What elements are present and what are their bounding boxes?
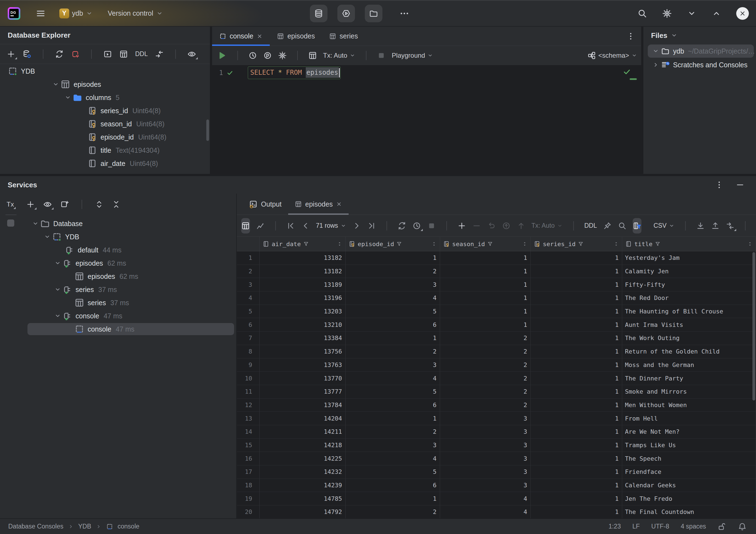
cell-title[interactable]: Friendface	[622, 465, 756, 478]
cell-air_date[interactable]: 13189	[259, 278, 346, 291]
cell-season_id[interactable]: 3	[440, 452, 531, 465]
cell-title[interactable]: The Final Countdown	[622, 505, 756, 518]
database-tool-button[interactable]	[310, 5, 327, 22]
cell-series_id[interactable]: 1	[531, 492, 622, 505]
cell-series_id[interactable]: 1	[531, 465, 622, 478]
cell-title[interactable]: Fifty-Fifty	[622, 278, 756, 291]
cell-episode_id[interactable]: 5	[346, 305, 440, 318]
tab-episodes[interactable]: episodes	[270, 27, 322, 46]
cell-season_id[interactable]: 3	[440, 465, 531, 478]
history-clock-icon[interactable]	[248, 51, 257, 60]
tx-selector[interactable]: Tx	[7, 200, 14, 208]
cell-season_id[interactable]: 1	[440, 305, 531, 318]
cell-episode_id[interactable]: 6	[346, 479, 440, 492]
tab-console[interactable]: console	[212, 27, 270, 46]
chevron-down-icon[interactable]	[53, 259, 62, 267]
row-number[interactable]: 17	[237, 465, 259, 478]
cell-air_date[interactable]: 13203	[259, 305, 346, 318]
cell-season_id[interactable]: 2	[440, 359, 531, 372]
cell-title[interactable]: Jen The Fredo	[622, 492, 756, 505]
cell-air_date[interactable]: 13210	[259, 318, 346, 331]
export-to-icon[interactable]	[726, 221, 735, 230]
file-encoding[interactable]: UTF-8	[651, 523, 669, 530]
cell-air_date[interactable]: 13196	[259, 291, 346, 305]
table-row[interactable]: 1414211231Are We Not Men?	[237, 425, 756, 439]
cell-episode_id[interactable]: 2	[346, 425, 440, 439]
ddl-button[interactable]: DDL	[584, 222, 597, 229]
console-settings-gear-icon[interactable]	[278, 51, 287, 60]
view-options-eye-icon[interactable]	[187, 50, 196, 59]
cell-series_id[interactable]: 1	[531, 452, 622, 465]
auto-refresh-clock-icon[interactable]	[412, 221, 421, 230]
cell-air_date[interactable]: 14218	[259, 439, 346, 452]
sort-arrows-icon[interactable]	[431, 241, 437, 247]
cell-title[interactable]: Men Without Women	[622, 399, 756, 412]
row-number[interactable]: 3	[237, 278, 259, 291]
cell-episode_id[interactable]: 2	[346, 505, 440, 518]
filter-button[interactable]	[633, 218, 641, 233]
filter-funnel-icon[interactable]	[655, 241, 661, 247]
cell-title[interactable]: The Red Door	[622, 291, 756, 305]
search-everywhere-icon[interactable]	[637, 9, 647, 18]
row-number[interactable]: 18	[237, 479, 259, 492]
table-row[interactable]: 1013770421The Dinner Party	[237, 372, 756, 385]
tree-item-episodes[interactable]: episodes62 ms	[0, 270, 236, 283]
cell-episode_id[interactable]: 3	[346, 439, 440, 452]
table-row[interactable]: 513203511The Haunting of Bill Crouse	[237, 305, 756, 318]
grid-scrollbar[interactable]	[752, 252, 755, 400]
table-row[interactable]: 1714232531Friendface	[237, 465, 756, 479]
cell-season_id[interactable]: 1	[440, 278, 531, 291]
cell-series_id[interactable]: 1	[531, 359, 622, 372]
cell-title[interactable]: Moss and the German	[622, 359, 756, 372]
chevron-down-icon[interactable]	[53, 286, 62, 293]
sort-arrows-icon[interactable]	[337, 241, 342, 247]
row-number[interactable]: 8	[237, 345, 259, 358]
cell-title[interactable]: Yesterday's Jam	[622, 251, 756, 264]
chevron-down-icon[interactable]	[53, 312, 62, 319]
cell-air_date[interactable]: 14232	[259, 465, 346, 478]
row-number[interactable]: 2	[237, 265, 259, 278]
open-in-new-tab-icon[interactable]	[60, 200, 69, 209]
cell-season_id[interactable]: 4	[440, 492, 531, 505]
datasource-properties-icon[interactable]	[22, 50, 31, 59]
settings-gear-icon[interactable]	[662, 9, 672, 18]
ddl-button[interactable]: DDL	[135, 50, 148, 58]
export-icon[interactable]	[711, 221, 720, 230]
close-window-button[interactable]	[736, 7, 749, 20]
tree-item-console[interactable]: console47 ms	[0, 309, 236, 323]
cell-season_id[interactable]: 1	[440, 251, 531, 264]
table-row[interactable]: 1113777521Smoke and Mirrors	[237, 385, 756, 399]
tree-item-episodes[interactable]: episodes62 ms	[0, 256, 236, 270]
inspections-ok-icon[interactable]	[623, 67, 631, 76]
row-number[interactable]: 11	[237, 385, 259, 398]
chevron-down-icon[interactable]	[31, 220, 40, 227]
close-tab-icon[interactable]	[336, 201, 342, 207]
cell-series_id[interactable]: 1	[531, 385, 622, 398]
chevron-down-icon[interactable]	[42, 233, 52, 240]
table-row[interactable]: 313189311Fifty-Fifty	[237, 278, 756, 291]
cell-series_id[interactable]: 1	[531, 399, 622, 412]
cell-series_id[interactable]: 1	[531, 318, 622, 331]
row-number[interactable]: 1	[237, 251, 259, 264]
column-header-series_id[interactable]: series_id	[531, 237, 622, 251]
cell-air_date[interactable]: 13770	[259, 372, 346, 385]
tree-item-default[interactable]: default44 ms	[0, 243, 236, 256]
cell-episode_id[interactable]: 2	[346, 345, 440, 358]
lock-open-icon[interactable]	[717, 522, 726, 531]
cell-season_id[interactable]: 2	[440, 372, 531, 385]
explorer-scrollbar[interactable]	[206, 120, 209, 141]
table-row[interactable]: 913763321Moss and the German	[237, 359, 756, 372]
chart-view-icon[interactable]	[256, 221, 265, 230]
cell-series_id[interactable]: 1	[531, 439, 622, 452]
cell-series_id[interactable]: 1	[531, 345, 622, 358]
row-number[interactable]: 13	[237, 412, 259, 425]
files-item-ydb[interactable]: ydb ~/DataGripProjects/ydb	[643, 44, 756, 58]
table-row[interactable]: 813756221Return of the Golden Child	[237, 345, 756, 359]
cell-title[interactable]: From Hell	[622, 412, 756, 425]
cell-episode_id[interactable]: 4	[346, 452, 440, 465]
column-header-air_date[interactable]: air_date	[259, 237, 346, 251]
cell-title[interactable]: The Work Outing	[622, 332, 756, 345]
cell-series_id[interactable]: 1	[531, 505, 622, 518]
cell-series_id[interactable]: 1	[531, 412, 622, 425]
tab-options-icon[interactable]	[626, 32, 635, 40]
